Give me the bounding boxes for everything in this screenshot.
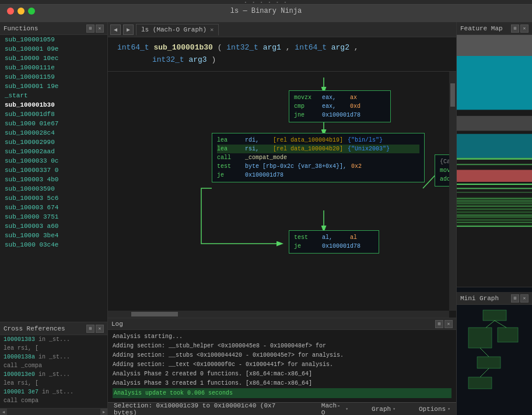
func-item[interactable]: sub_100002aad: [0, 147, 107, 156]
graph-area[interactable]: movzx eax, ax cmp eax, 0xd jne 0x100001d…: [108, 72, 456, 318]
macho-dropdown[interactable]: Mach-O ▾: [321, 402, 348, 416]
hscroll-left-btn[interactable]: ◀: [0, 409, 7, 416]
right-panel: Feature Map ⊞ ✕: [456, 22, 532, 415]
log-dock-icon[interactable]: ⊞: [435, 320, 443, 328]
func-item[interactable]: sub_100001 09e: [0, 44, 107, 54]
svg-rect-32: [483, 310, 506, 321]
svg-rect-11: [457, 134, 532, 158]
func-item[interactable]: sub_100002990: [0, 138, 107, 147]
functions-close-icon[interactable]: ✕: [96, 24, 104, 33]
log-panel-icons: ⊞ ✕: [435, 320, 453, 328]
graph-hscroll[interactable]: [108, 311, 449, 318]
feature-map-area[interactable]: [457, 35, 532, 287]
log-line-highlight: Analysis update took 0.006 seconds: [113, 388, 452, 398]
hscroll-track[interactable]: [7, 410, 100, 414]
main-tab[interactable]: ls (Mach-O Graph) ✕: [136, 24, 219, 36]
log-line: Analysis Phase 3 created 1 functions. [x…: [113, 379, 452, 388]
log-close-icon[interactable]: ✕: [444, 320, 453, 328]
xref-item[interactable]: 1000013e0 in _st...: [0, 370, 107, 379]
log-line: Adding section: __stubs <0x1000044420 - …: [113, 351, 452, 360]
func-item[interactable]: sub_100003 a60: [0, 221, 107, 231]
cross-refs-dock-icon[interactable]: ⊞: [86, 325, 94, 333]
flow-arrows: [108, 72, 456, 318]
svg-rect-24: [457, 209, 532, 209]
param1-type: int32_t: [226, 43, 258, 52]
feature-map-dock-icon[interactable]: ⊞: [511, 24, 519, 33]
func-item[interactable]: sub_100001df8: [0, 110, 107, 119]
param3-name: arg3: [188, 55, 206, 64]
log-content[interactable]: Analysis starting... Adding section: __s…: [108, 330, 456, 402]
feature-map-close-icon[interactable]: ✕: [520, 24, 528, 33]
svg-rect-36: [468, 377, 492, 389]
vscroll-thumb[interactable]: [450, 83, 455, 107]
tab-nav-forward[interactable]: ▶: [123, 24, 134, 35]
log-title: Log: [111, 321, 123, 328]
instr-line: cmp eax, 0xd: [294, 102, 386, 111]
func-item[interactable]: sub_100003 674: [0, 203, 107, 212]
param1-name: arg1: [263, 43, 281, 52]
param3-type: int32_t: [152, 55, 184, 64]
svg-rect-13: [457, 164, 532, 165]
svg-rect-26: [457, 215, 532, 216]
cross-refs-hscroll[interactable]: ◀ ▶: [0, 408, 107, 415]
graph-dropdown[interactable]: Graph ▾: [372, 406, 396, 413]
instr-line: test byte [rbp-0x2c {var_38+0x4}], 0x2: [217, 162, 419, 171]
feature-map-svg: [457, 35, 532, 287]
hscroll-right-btn[interactable]: ▶: [100, 409, 107, 416]
xref-item[interactable]: lea rsi, [: [0, 379, 107, 388]
functions-header: Functions ⊞ ✕: [0, 22, 107, 35]
svg-rect-14: [457, 170, 532, 182]
functions-dock-icon[interactable]: ⊞: [86, 24, 94, 33]
func-item[interactable]: sub_10000 10ec: [0, 54, 107, 63]
instr-line: jne 0x100001d78: [294, 111, 386, 119]
mini-graph-dock-icon[interactable]: ⊞: [511, 294, 519, 303]
xref-item[interactable]: 100001 3e7 in _st...: [0, 388, 107, 396]
cross-refs-icons: ⊞ ✕: [86, 325, 104, 333]
func-item[interactable]: sub_100003 5c6: [0, 194, 107, 203]
xref-item[interactable]: lea rsi, [: [0, 344, 107, 353]
func-item[interactable]: _start: [0, 91, 107, 100]
log-line: Adding section: __stub_helper <0x1000045…: [113, 342, 452, 350]
func-item[interactable]: sub_10000 3751: [0, 212, 107, 221]
code-header: int64_t sub_100001b30 ( int32_t arg1 , i…: [108, 37, 456, 72]
close-button[interactable]: [7, 8, 14, 15]
hscroll-thumb[interactable]: [131, 312, 178, 316]
tab-nav-back[interactable]: ◀: [110, 24, 121, 35]
maximize-button[interactable]: [28, 8, 35, 15]
instr-line: test al, al: [294, 233, 374, 242]
func-item[interactable]: sub_1000028c4: [0, 128, 107, 138]
graph-vscroll[interactable]: [449, 72, 456, 311]
func-item[interactable]: sub_100001 19e: [0, 82, 107, 91]
tab-close-icon[interactable]: ✕: [210, 26, 214, 33]
center-panel: ◀ ▶ ls (Mach-O Graph) ✕ int64_t sub_1000…: [108, 22, 456, 415]
minimize-button[interactable]: [18, 8, 24, 15]
mini-graph-area[interactable]: Mini Graph ⊞ ✕: [457, 287, 532, 415]
cross-refs-list[interactable]: 100001383 in _st... lea rsi, [ 10000138a…: [0, 335, 107, 408]
func-item[interactable]: sub_100001159: [0, 72, 107, 82]
func-item-active[interactable]: sub_100001b30: [0, 100, 107, 110]
func-item[interactable]: sub_10000111e: [0, 63, 107, 72]
xref-item[interactable]: call _compa: [0, 361, 107, 370]
xref-item[interactable]: call compa: [0, 396, 107, 405]
mini-graph-header: Mini Graph ⊞ ✕: [457, 292, 532, 305]
xref-item[interactable]: 10000138a in _st...: [0, 353, 107, 361]
svg-rect-19: [457, 198, 532, 199]
func-item[interactable]: sub_10000337 0: [0, 166, 107, 175]
func-item[interactable]: sub_1000 03c4e: [0, 240, 107, 249]
func-item[interactable]: sub_100003 4b0: [0, 175, 107, 184]
status-selection: Selection: 0x100001c39 to 0x100001c40 (0…: [114, 402, 298, 416]
func-item[interactable]: sub_1000033 0c: [0, 156, 107, 166]
cross-refs-close-icon[interactable]: ✕: [96, 325, 104, 333]
func-item[interactable]: sub_100001059: [0, 35, 107, 44]
svg-rect-23: [457, 206, 532, 206]
xref-item[interactable]: 100001383 in _st...: [0, 335, 107, 344]
func-item[interactable]: sub_10000 3be4: [0, 231, 107, 240]
options-dropdown[interactable]: Options ▾: [419, 406, 450, 413]
cross-refs-panel: Cross References ⊞ ✕ 100001383 in _st...…: [0, 322, 107, 415]
instruction-block-4: test al, al je 0x100001d78: [289, 230, 379, 254]
func-item[interactable]: sub_1000 01e67: [0, 119, 107, 128]
mini-graph-close-icon[interactable]: ✕: [520, 294, 528, 303]
functions-list[interactable]: sub_100001059 sub_100001 09e sub_10000 1…: [0, 35, 107, 322]
svg-rect-33: [468, 328, 492, 348]
func-item[interactable]: sub_100003590: [0, 184, 107, 194]
